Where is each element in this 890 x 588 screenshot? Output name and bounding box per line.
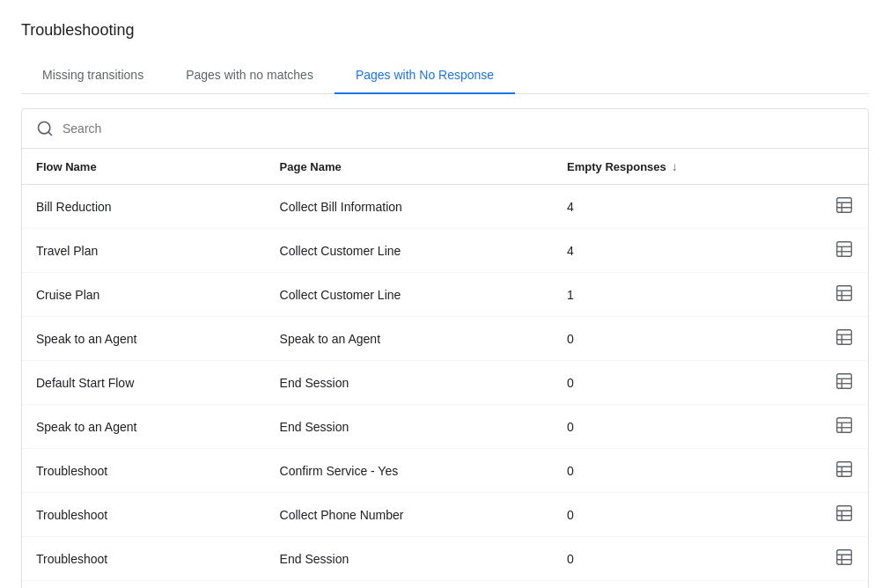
svg-rect-2 [837, 198, 852, 213]
svg-rect-26 [837, 462, 852, 477]
search-input[interactable] [63, 121, 854, 136]
cell-flow-name: Troubleshoot [22, 581, 266, 589]
cell-responses: 0 [553, 317, 815, 361]
tab-pages-no-response[interactable]: Pages with No Response [335, 57, 515, 94]
table-row: Troubleshoot Confirm Service - Yes 0 [22, 449, 868, 493]
svg-rect-6 [837, 242, 852, 257]
cell-responses: 0 [553, 581, 815, 589]
list-view-icon[interactable] [835, 195, 854, 215]
cell-action[interactable] [815, 449, 868, 493]
cell-flow-name: Troubleshoot [22, 493, 266, 537]
cell-responses: 4 [553, 185, 815, 229]
cell-action[interactable] [815, 405, 868, 449]
svg-rect-22 [837, 418, 852, 433]
svg-rect-34 [837, 550, 852, 565]
search-icon [36, 120, 54, 137]
data-table: Flow Name Page Name Empty Responses ↓ Bi… [22, 149, 868, 588]
cell-flow-name: Speak to an Agent [22, 405, 266, 449]
tab-bar: Missing transitions Pages with no matche… [21, 57, 869, 94]
list-view-icon[interactable] [835, 415, 854, 435]
cell-page-name: Collect Phone Number [266, 493, 554, 537]
cell-page-name: Collect Bill Information [266, 185, 554, 229]
table-row: Default Start Flow End Session 0 [22, 361, 868, 405]
cell-action[interactable] [815, 273, 868, 317]
cell-flow-name: Troubleshoot [22, 537, 266, 581]
cell-responses: 0 [553, 537, 815, 581]
page-title: Troubleshooting [21, 21, 869, 40]
svg-rect-10 [837, 286, 852, 301]
cell-action[interactable] [815, 185, 868, 229]
svg-line-1 [48, 132, 52, 136]
search-bar [22, 109, 868, 149]
list-view-icon[interactable] [835, 371, 854, 391]
list-view-icon[interactable] [835, 503, 854, 523]
cell-flow-name: Bill Reduction [22, 185, 266, 229]
cell-page-name: Collect Customer Line [266, 273, 554, 317]
content-box: Flow Name Page Name Empty Responses ↓ Bi… [21, 108, 869, 588]
table-row: Troubleshoot Collect Phone Number 0 [22, 493, 868, 537]
table-row: Troubleshoot Anything else? 0 [22, 581, 868, 589]
tab-pages-no-matches[interactable]: Pages with no matches [165, 57, 335, 94]
table-row: Speak to an Agent End Session 0 [22, 405, 868, 449]
list-view-icon[interactable] [835, 459, 854, 479]
cell-responses: 0 [553, 361, 815, 405]
table-row: Travel Plan Collect Customer Line 4 [22, 229, 868, 273]
cell-page-name: Anything else? [266, 581, 554, 589]
cell-flow-name: Troubleshoot [22, 449, 266, 493]
list-view-icon[interactable] [835, 239, 854, 259]
col-empty-responses[interactable]: Empty Responses ↓ [553, 149, 815, 185]
cell-action[interactable] [815, 537, 868, 581]
svg-rect-18 [837, 374, 852, 389]
cell-page-name: Collect Customer Line [266, 229, 554, 273]
tab-missing-transitions[interactable]: Missing transitions [21, 57, 165, 94]
list-view-icon[interactable] [835, 548, 854, 567]
col-actions [815, 149, 868, 185]
cell-flow-name: Default Start Flow [22, 361, 266, 405]
cell-flow-name: Speak to an Agent [22, 317, 266, 361]
svg-rect-14 [837, 330, 852, 345]
table-row: Speak to an Agent Speak to an Agent 0 [22, 317, 868, 361]
cell-page-name: Speak to an Agent [266, 317, 554, 361]
table-header-row: Flow Name Page Name Empty Responses ↓ [22, 149, 868, 185]
cell-responses: 0 [553, 493, 815, 537]
cell-responses: 0 [553, 405, 815, 449]
cell-action[interactable] [815, 581, 868, 589]
cell-responses: 0 [553, 449, 815, 493]
cell-page-name: End Session [266, 405, 554, 449]
cell-action[interactable] [815, 361, 868, 405]
svg-rect-30 [837, 506, 852, 521]
table-row: Bill Reduction Collect Bill Information … [22, 185, 868, 229]
cell-responses: 4 [553, 229, 815, 273]
col-page-name: Page Name [266, 149, 554, 185]
cell-action[interactable] [815, 317, 868, 361]
col-flow-name: Flow Name [22, 149, 266, 185]
cell-responses: 1 [553, 273, 815, 317]
cell-flow-name: Cruise Plan [22, 273, 266, 317]
table-row: Troubleshoot End Session 0 [22, 537, 868, 581]
list-view-icon[interactable] [835, 283, 854, 303]
list-view-icon[interactable] [835, 327, 854, 347]
cell-page-name: Confirm Service - Yes [266, 449, 554, 493]
cell-page-name: End Session [266, 537, 554, 581]
cell-page-name: End Session [266, 361, 554, 405]
cell-flow-name: Travel Plan [22, 229, 266, 273]
cell-action[interactable] [815, 493, 868, 537]
sort-down-icon: ↓ [672, 159, 678, 173]
cell-action[interactable] [815, 229, 868, 273]
table-row: Cruise Plan Collect Customer Line 1 [22, 273, 868, 317]
